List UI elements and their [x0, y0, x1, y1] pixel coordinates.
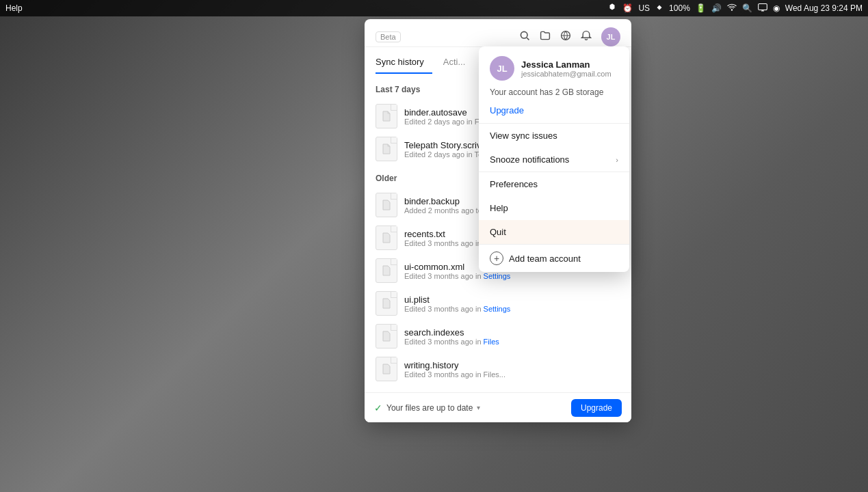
dropdown-view-sync-issues[interactable]: View sync issues — [479, 124, 629, 148]
check-icon: ✓ — [374, 402, 382, 413]
panel-footer: ✓ Your files are up to date ▾ Upgrade — [365, 392, 631, 422]
search-icon[interactable]: 🔍 — [742, 3, 752, 13]
file-meta: Edited 3 months ago in Settings — [404, 305, 620, 313]
search-icon[interactable] — [519, 30, 530, 44]
bell-icon[interactable] — [581, 30, 592, 44]
snooze-label: Snooze notifications — [490, 154, 569, 165]
file-info: search.indexes Edited 3 months ago in Fi… — [404, 327, 620, 346]
file-icon — [376, 258, 397, 283]
file-meta: Edited 3 months ago in Files — [404, 338, 620, 346]
display-icon[interactable] — [758, 3, 767, 14]
volume-icon[interactable]: 🔊 — [711, 3, 722, 13]
menubar: Help ⏰ US 100% 🔋 🔊 🔍 ◉ Wed Aug 23 9:24 P… — [0, 0, 868, 16]
dropdown-user-email: jessicabhatem@gmail.com — [521, 70, 618, 78]
user-avatar[interactable]: JL — [601, 27, 620, 46]
add-circle-icon: + — [490, 251, 503, 265]
bluetooth-icon[interactable] — [655, 3, 663, 14]
menubar-left: Help — [5, 3, 23, 13]
dropdown-snooze-notifications[interactable]: Snooze notifications › — [479, 148, 629, 172]
menubar-app-menu[interactable]: Help — [5, 3, 23, 13]
wifi-icon[interactable] — [727, 3, 737, 14]
datetime: Wed Aug 23 9:24 PM — [785, 3, 863, 13]
status-text: Your files are up to date — [386, 403, 473, 413]
file-name: ui.plist — [404, 295, 620, 305]
file-info: ui.plist Edited 3 months ago in Settings — [404, 295, 620, 313]
file-meta: Edited 3 months ago in Settings — [404, 272, 620, 280]
dropdown-upgrade-area: Upgrade — [479, 102, 629, 123]
files-link[interactable]: Files — [484, 338, 499, 346]
file-icon — [376, 291, 397, 316]
dropdown-upgrade-link[interactable]: Upgrade — [490, 105, 524, 115]
file-meta: Edited 3 months ago in Files... — [404, 370, 620, 379]
file-icon — [376, 137, 397, 161]
dropdown-storage-text: Your account has 2 GB storage — [479, 87, 629, 102]
file-name: writing.history — [404, 360, 620, 370]
dropdown-user-info: Jessica Lanman jessicabhatem@gmail.com — [521, 59, 618, 78]
battery-icon: 🔋 — [696, 3, 706, 13]
file-icon — [376, 226, 397, 250]
dropdown-avatar: JL — [490, 56, 514, 81]
file-name: search.indexes — [404, 327, 620, 338]
user-dropdown: JL Jessica Lanman jessicabhatem@gmail.co… — [479, 46, 629, 272]
folder-icon[interactable] — [540, 30, 551, 44]
file-icon — [376, 324, 397, 348]
upgrade-button[interactable]: Upgrade — [571, 399, 622, 417]
chevron-right-icon: › — [616, 156, 618, 164]
file-item: writing.history Edited 3 months ago in F… — [376, 353, 620, 385]
beta-badge: Beta — [376, 31, 401, 42]
file-item: search.indexes Edited 3 months ago in Fi… — [376, 320, 620, 353]
dropdown-preferences[interactable]: Preferences — [479, 172, 629, 196]
tab-sync-history[interactable]: Sync history — [376, 53, 432, 74]
dropbox-menubar-icon[interactable] — [607, 3, 617, 14]
tab-activity[interactable]: Acti... — [443, 53, 474, 74]
time-machine-icon[interactable]: ⏰ — [622, 3, 633, 13]
add-team-label: Add team account — [509, 254, 581, 264]
file-icon — [376, 357, 397, 381]
header-icons: JL — [519, 27, 620, 46]
file-icon — [376, 104, 397, 128]
battery-percent: 100% — [669, 3, 690, 13]
file-info: writing.history Edited 3 months ago in F… — [404, 360, 620, 379]
chevron-down-icon: ▾ — [477, 404, 480, 411]
dropdown-help[interactable]: Help — [479, 196, 629, 220]
dropdown-quit[interactable]: Quit — [479, 220, 629, 244]
keyboard-layout[interactable]: US — [638, 3, 650, 13]
globe-icon[interactable] — [560, 30, 571, 44]
dropdown-user-name: Jessica Lanman — [521, 59, 618, 70]
status-area[interactable]: ✓ Your files are up to date ▾ — [374, 402, 480, 413]
dropdown-add-team[interactable]: + Add team account — [479, 244, 629, 272]
svg-point-1 — [521, 31, 527, 38]
settings-link-2[interactable]: Settings — [484, 305, 511, 313]
svg-rect-0 — [759, 3, 767, 10]
dropdown-user-section: JL Jessica Lanman jessicabhatem@gmail.co… — [479, 46, 629, 87]
siri-icon[interactable]: ◉ — [773, 3, 780, 13]
panel-header: Beta JL — [365, 19, 631, 47]
menubar-right: ⏰ US 100% 🔋 🔊 🔍 ◉ Wed Aug 23 9:24 PM — [607, 3, 863, 14]
file-item: ui.plist Edited 3 months ago in Settings — [376, 287, 620, 320]
file-icon — [376, 193, 397, 217]
settings-link[interactable]: Settings — [484, 272, 511, 280]
